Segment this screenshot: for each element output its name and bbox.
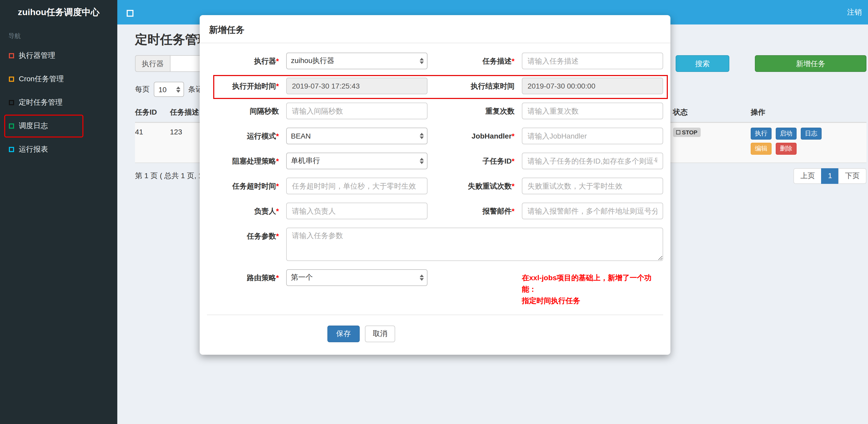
cancel-button[interactable]: 取消 — [365, 326, 395, 342]
block-strategy-select-value: 单机串行 — [291, 156, 320, 166]
feature-note: 在xxl-jobs项目的基础上，新增了一个功能： 指定时间执行任务 — [522, 269, 663, 306]
sidebar-item-schedule-log[interactable]: 调度日志 — [0, 114, 117, 137]
col-header-status: 状态 — [673, 103, 751, 122]
executor-select[interactable]: zuihou执行器 — [286, 53, 428, 69]
timeout-input[interactable] — [286, 177, 428, 194]
modal-title: 新增任务 — [207, 15, 663, 43]
square-icon — [9, 100, 14, 105]
start-time-input[interactable] — [286, 77, 428, 94]
cell-job-id: 41 — [135, 122, 170, 163]
timeout-label: 任务超时时间* — [207, 177, 286, 194]
app-brand: zuihou任务调度中心 — [0, 0, 117, 25]
sidebar-item-label: 定时任务管理 — [19, 98, 63, 107]
job-param-textarea[interactable] — [286, 228, 663, 261]
route-strategy-select[interactable]: 第一个 — [286, 269, 428, 286]
sidebar-toggle-icon[interactable] — [127, 10, 133, 17]
job-desc-input[interactable] — [522, 53, 663, 69]
select-arrows-icon — [176, 86, 180, 93]
sidebar-item-executor-mgmt[interactable]: 执行器管理 — [0, 44, 117, 67]
route-strategy-select-value: 第一个 — [291, 273, 313, 282]
select-arrows-icon — [420, 58, 424, 64]
stop-square-icon — [676, 130, 680, 134]
square-icon — [9, 53, 14, 58]
child-job-label: 子任务ID* — [428, 153, 522, 169]
logout-link[interactable]: 注销 — [847, 0, 862, 25]
job-desc-label: 任务描述* — [428, 53, 522, 69]
executor-filter-label: 执行器 — [135, 55, 170, 72]
start-button[interactable]: 启动 — [776, 128, 797, 140]
cell-status: STOP — [673, 122, 751, 163]
executor-select-value: zuihou执行器 — [291, 56, 334, 66]
glue-type-select-value: BEAN — [291, 132, 311, 140]
add-task-button[interactable]: 新增任务 — [755, 55, 866, 72]
col-header-actions: 操作 — [751, 103, 866, 122]
edit-button[interactable]: 编辑 — [751, 143, 772, 155]
job-param-label: 任务参数* — [207, 228, 286, 261]
status-text: STOP — [682, 129, 698, 135]
sidebar-item-label: Cron任务管理 — [19, 74, 64, 84]
route-strategy-label: 路由策略* — [207, 269, 286, 306]
sidebar-item-timed-task-mgmt[interactable]: 定时任务管理 — [0, 91, 117, 114]
executor-label: 执行器* — [207, 53, 286, 69]
pagination: 上页 1 下页 — [794, 168, 866, 184]
author-label: 负责人* — [207, 203, 286, 219]
next-page-button[interactable]: 下页 — [838, 168, 866, 184]
square-icon — [9, 76, 14, 81]
repeat-input[interactable] — [522, 103, 663, 119]
delete-button[interactable]: 删除 — [776, 143, 797, 155]
select-arrows-icon — [420, 274, 424, 281]
save-button[interactable]: 保存 — [328, 326, 360, 342]
status-badge: STOP — [673, 128, 701, 137]
sidebar-item-label: 调度日志 — [19, 121, 48, 130]
square-icon — [9, 123, 14, 128]
add-task-modal: 新增任务 执行器* zuihou执行器 任务描述* — [200, 15, 671, 355]
glue-type-select[interactable]: BEAN — [286, 128, 428, 144]
sidebar-item-label: 运行报表 — [19, 144, 48, 154]
cell-actions: 执行 启动 日志 编辑 删除 — [751, 122, 866, 163]
repeat-label: 重复次数 — [428, 103, 522, 119]
end-time-label: 执行结束时间 — [428, 77, 522, 94]
retry-label: 失败重试次数* — [428, 177, 522, 194]
sidebar-item-cron-task-mgmt[interactable]: Cron任务管理 — [0, 67, 117, 91]
col-header-job-id: 任务ID — [135, 103, 170, 122]
glue-type-label: 运行模式* — [207, 128, 286, 144]
per-page-value: 10 — [158, 85, 166, 94]
run-button[interactable]: 执行 — [751, 128, 772, 140]
interval-input[interactable] — [286, 103, 428, 119]
page-1-button[interactable]: 1 — [821, 168, 839, 184]
per-page-select[interactable]: 10 — [154, 82, 184, 97]
job-handler-label: JobHandler* — [428, 128, 522, 144]
job-handler-input[interactable] — [522, 128, 663, 144]
sidebar: 导航 执行器管理 Cron任务管理 定时任务管理 调度日志 运行报表 — [0, 25, 117, 424]
log-button[interactable]: 日志 — [801, 128, 822, 140]
block-strategy-label: 阻塞处理策略* — [207, 153, 286, 169]
end-time-input[interactable] — [522, 77, 663, 94]
block-strategy-select[interactable]: 单机串行 — [286, 153, 428, 169]
sidebar-section-label: 导航 — [0, 25, 117, 44]
per-page-label: 每页 — [135, 85, 150, 94]
child-job-input[interactable] — [522, 153, 663, 169]
select-arrows-icon — [420, 133, 424, 139]
square-icon — [9, 146, 14, 152]
retry-input[interactable] — [522, 177, 663, 194]
search-button[interactable]: 搜索 — [676, 55, 729, 72]
sidebar-item-run-report[interactable]: 运行报表 — [0, 137, 117, 161]
sidebar-item-label: 执行器管理 — [19, 51, 55, 60]
author-input[interactable] — [286, 203, 428, 219]
select-arrows-icon — [420, 158, 424, 164]
prev-page-button[interactable]: 上页 — [794, 168, 822, 184]
start-time-label: 执行开始时间* — [207, 77, 286, 94]
note-spacer — [428, 269, 522, 306]
interval-label: 间隔秒数 — [207, 103, 286, 119]
alarm-email-label: 报警邮件* — [428, 203, 522, 219]
alarm-email-input[interactable] — [522, 203, 663, 219]
